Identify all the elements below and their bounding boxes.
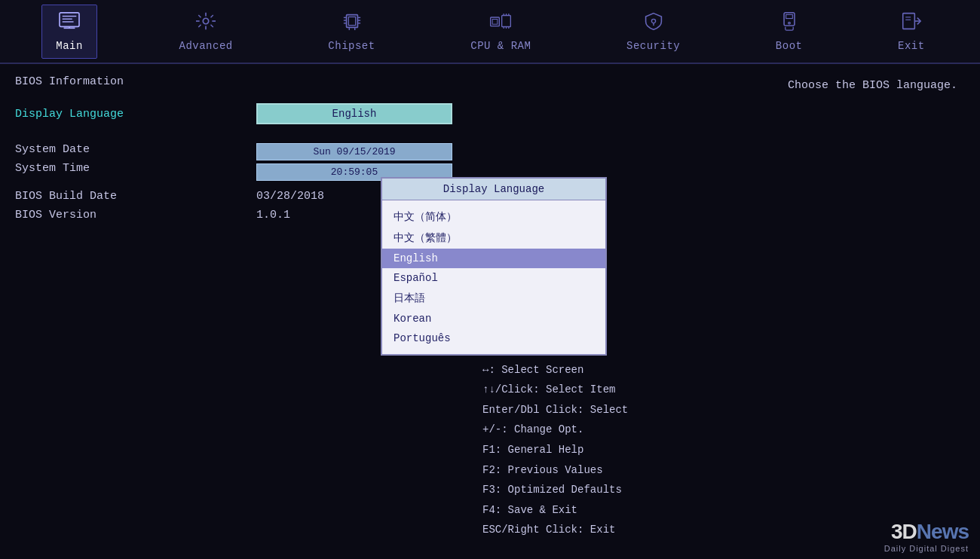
svg-point-34 — [651, 19, 655, 23]
svg-point-38 — [788, 22, 790, 24]
top-nav: Main Advanced — [0, 0, 980, 64]
nav-item-exit[interactable]: Exit — [884, 5, 939, 58]
svg-line-11 — [198, 15, 201, 17]
shortcut-item: F1: General Help — [482, 440, 965, 460]
shortcut-item: F4: Save & Exit — [482, 500, 965, 521]
display-language-value[interactable]: English — [256, 103, 452, 124]
shortcut-item: ↑↓/Click: Select Item — [482, 380, 965, 400]
display-language-row: Display Language English — [15, 103, 452, 124]
shortcuts-panel: ↔: Select Screen↑↓/Click: Select ItemEnt… — [482, 360, 965, 540]
nav-item-main[interactable]: Main — [41, 5, 97, 59]
watermark-3d: 3D — [891, 520, 917, 543]
svg-rect-39 — [903, 13, 915, 29]
nav-label-main: Main — [56, 40, 83, 52]
display-language-label: Display Language — [15, 108, 256, 121]
dropdown-list: 中文（简体）中文（繁體）EnglishEspañol日本語KoreanPortu… — [382, 200, 605, 354]
dropdown-item[interactable]: 日本語 — [382, 288, 605, 309]
nav-item-security[interactable]: Security — [613, 5, 694, 58]
shortcut-item: +/-: Change Opt. — [482, 420, 965, 440]
shortcut-item: F3: Optimized Defaults — [482, 480, 965, 500]
system-time-label: System Time — [15, 162, 256, 175]
nav-label-boot: Boot — [776, 40, 803, 52]
watermark-news: News — [917, 520, 969, 543]
bios-build-date-value: 03/28/2018 — [256, 190, 324, 203]
nav-label-chipset: Chipset — [328, 40, 375, 52]
boot-icon — [778, 11, 801, 35]
bios-version-value: 1.0.1 — [256, 209, 290, 221]
dropdown-item[interactable]: Korean — [382, 309, 605, 328]
dropdown-item[interactable]: 中文（简体） — [382, 206, 605, 228]
dropdown-item[interactable]: Português — [382, 328, 605, 348]
watermark-logo: 3DNews — [884, 520, 969, 544]
nav-item-cpu-ram[interactable]: CPU & RAM — [457, 5, 544, 58]
system-date-time-row: System Date System Time Sun 09/15/2019 2… — [15, 143, 452, 181]
svg-line-14 — [198, 24, 201, 26]
bios-info-label: BIOS Information — [15, 75, 452, 88]
svg-point-6 — [203, 18, 208, 23]
nav-item-boot[interactable]: Boot — [762, 5, 816, 58]
watermark: 3DNews Daily Digital Digest — [884, 520, 969, 553]
cpu-ram-icon — [489, 11, 512, 35]
shortcut-item: Enter/Dbl Click: Select — [482, 400, 965, 420]
bios-version-label: BIOS Version — [15, 209, 256, 221]
chipset-icon — [341, 11, 363, 35]
svg-rect-0 — [60, 12, 79, 26]
dropdown-popup: Display Language 中文（简体）中文（繁體）EnglishEspa… — [381, 177, 607, 356]
dropdown-title: Display Language — [382, 179, 605, 200]
svg-rect-37 — [786, 14, 792, 18]
bios-build-date-label: BIOS Build Date — [15, 190, 256, 203]
nav-label-security: Security — [626, 40, 680, 52]
svg-line-13 — [211, 15, 213, 17]
exit-icon — [900, 11, 923, 35]
svg-rect-27 — [502, 15, 511, 26]
nav-label-exit: Exit — [898, 40, 925, 52]
svg-rect-26 — [492, 19, 498, 24]
shortcut-item: F2: Previous Values — [482, 460, 965, 481]
dropdown-item[interactable]: English — [382, 249, 605, 268]
svg-line-12 — [211, 24, 213, 26]
dropdown-item[interactable]: 中文（繁體） — [382, 228, 605, 249]
main-icon — [58, 11, 81, 35]
nav-label-cpu-ram: CPU & RAM — [470, 40, 531, 52]
svg-rect-16 — [348, 17, 355, 25]
nav-label-advanced: Advanced — [179, 40, 233, 52]
system-date-label: System Date — [15, 143, 256, 156]
svg-rect-25 — [491, 17, 500, 26]
nav-item-advanced[interactable]: Advanced — [166, 5, 247, 58]
nav-item-chipset[interactable]: Chipset — [314, 5, 388, 58]
shortcut-item: ↔: Select Screen — [482, 360, 965, 380]
security-icon — [642, 11, 665, 35]
help-text: Choose the BIOS language. — [482, 79, 965, 92]
dropdown-item[interactable]: Español — [382, 268, 605, 288]
advanced-icon — [194, 11, 217, 35]
system-date-value[interactable]: Sun 09/15/2019 — [256, 143, 452, 160]
watermark-sub: Daily Digital Digest — [884, 544, 969, 553]
